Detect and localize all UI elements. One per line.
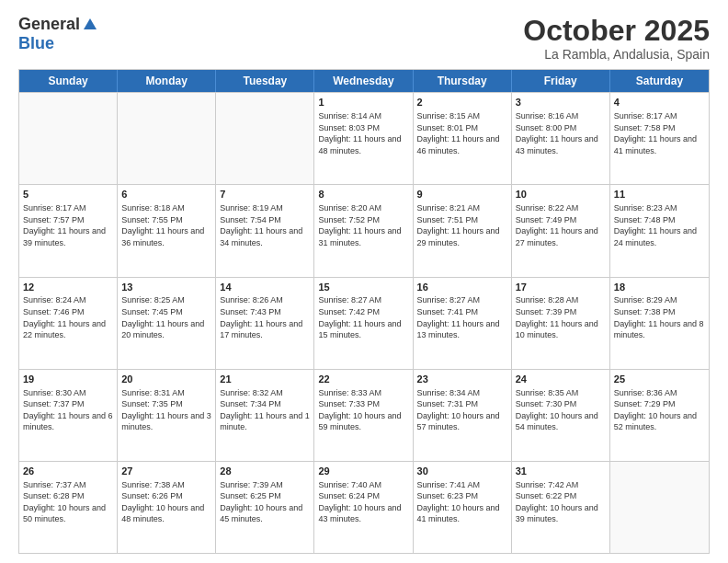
day-number: 20	[121, 373, 211, 386]
calendar-header: SundayMondayTuesdayWednesdayThursdayFrid…	[19, 70, 709, 92]
table-row: 20Sunrise: 8:31 AM Sunset: 7:35 PM Dayli…	[118, 370, 216, 461]
header-day-tuesday: Tuesday	[216, 70, 314, 92]
day-number: 2	[417, 96, 507, 109]
day-number: 27	[121, 465, 211, 478]
table-row: 29Sunrise: 7:40 AM Sunset: 6:24 PM Dayli…	[314, 462, 413, 553]
day-info: Sunrise: 8:21 AM Sunset: 7:51 PM Dayligh…	[417, 202, 507, 248]
table-row	[118, 93, 216, 184]
day-info: Sunrise: 8:34 AM Sunset: 7:31 PM Dayligh…	[417, 387, 507, 433]
day-number: 19	[23, 373, 113, 386]
table-row: 16Sunrise: 8:27 AM Sunset: 7:41 PM Dayli…	[414, 278, 512, 369]
day-info: Sunrise: 8:17 AM Sunset: 7:57 PM Dayligh…	[23, 202, 113, 248]
table-row: 23Sunrise: 8:34 AM Sunset: 7:31 PM Dayli…	[414, 370, 512, 461]
day-number: 8	[318, 188, 408, 201]
day-number: 11	[614, 188, 705, 201]
table-row	[610, 462, 709, 553]
day-info: Sunrise: 8:31 AM Sunset: 7:35 PM Dayligh…	[121, 387, 211, 433]
day-info: Sunrise: 8:28 AM Sunset: 7:39 PM Dayligh…	[516, 294, 606, 340]
day-number: 12	[23, 281, 113, 294]
month-title: October 2025	[523, 15, 710, 47]
day-info: Sunrise: 8:18 AM Sunset: 7:55 PM Dayligh…	[121, 202, 211, 248]
day-number: 10	[516, 188, 606, 201]
location: La Rambla, Andalusia, Spain	[523, 47, 710, 62]
day-info: Sunrise: 7:41 AM Sunset: 6:23 PM Dayligh…	[417, 479, 507, 525]
table-row: 5Sunrise: 8:17 AM Sunset: 7:57 PM Daylig…	[19, 185, 118, 276]
table-row	[216, 93, 314, 184]
table-row: 26Sunrise: 7:37 AM Sunset: 6:28 PM Dayli…	[19, 462, 118, 553]
table-row: 22Sunrise: 8:33 AM Sunset: 7:33 PM Dayli…	[314, 370, 413, 461]
table-row: 17Sunrise: 8:28 AM Sunset: 7:39 PM Dayli…	[512, 278, 610, 369]
table-row: 13Sunrise: 8:25 AM Sunset: 7:45 PM Dayli…	[118, 278, 216, 369]
table-row	[19, 93, 118, 184]
calendar: SundayMondayTuesdayWednesdayThursdayFrid…	[18, 69, 710, 554]
table-row: 18Sunrise: 8:29 AM Sunset: 7:38 PM Dayli…	[610, 278, 709, 369]
table-row: 21Sunrise: 8:32 AM Sunset: 7:34 PM Dayli…	[216, 370, 314, 461]
page: General Blue October 2025 La Rambla, And…	[0, 0, 728, 563]
day-info: Sunrise: 8:24 AM Sunset: 7:46 PM Dayligh…	[23, 294, 113, 340]
day-info: Sunrise: 8:35 AM Sunset: 7:30 PM Dayligh…	[516, 387, 606, 433]
day-info: Sunrise: 8:16 AM Sunset: 8:00 PM Dayligh…	[516, 110, 606, 156]
day-info: Sunrise: 8:33 AM Sunset: 7:33 PM Dayligh…	[318, 387, 408, 433]
day-info: Sunrise: 8:36 AM Sunset: 7:29 PM Dayligh…	[614, 387, 705, 433]
cal-row-4: 26Sunrise: 7:37 AM Sunset: 6:28 PM Dayli…	[19, 461, 709, 553]
title-block: October 2025 La Rambla, Andalusia, Spain	[523, 15, 710, 62]
cal-row-3: 19Sunrise: 8:30 AM Sunset: 7:37 PM Dayli…	[19, 369, 709, 461]
cal-row-1: 5Sunrise: 8:17 AM Sunset: 7:57 PM Daylig…	[19, 184, 709, 276]
table-row: 12Sunrise: 8:24 AM Sunset: 7:46 PM Dayli…	[19, 278, 118, 369]
day-info: Sunrise: 7:40 AM Sunset: 6:24 PM Dayligh…	[318, 479, 408, 525]
day-number: 30	[417, 465, 507, 478]
day-number: 1	[318, 96, 408, 109]
day-info: Sunrise: 8:22 AM Sunset: 7:49 PM Dayligh…	[516, 202, 606, 248]
header: General Blue October 2025 La Rambla, And…	[18, 15, 710, 62]
header-day-friday: Friday	[512, 70, 610, 92]
day-info: Sunrise: 7:42 AM Sunset: 6:22 PM Dayligh…	[516, 479, 606, 525]
table-row: 9Sunrise: 8:21 AM Sunset: 7:51 PM Daylig…	[414, 185, 512, 276]
table-row: 24Sunrise: 8:35 AM Sunset: 7:30 PM Dayli…	[512, 370, 610, 461]
day-number: 29	[318, 465, 408, 478]
day-number: 23	[417, 373, 507, 386]
cal-row-2: 12Sunrise: 8:24 AM Sunset: 7:46 PM Dayli…	[19, 277, 709, 369]
table-row: 8Sunrise: 8:20 AM Sunset: 7:52 PM Daylig…	[314, 185, 413, 276]
day-number: 22	[318, 373, 408, 386]
day-number: 21	[220, 373, 310, 386]
table-row: 19Sunrise: 8:30 AM Sunset: 7:37 PM Dayli…	[19, 370, 118, 461]
day-info: Sunrise: 8:15 AM Sunset: 8:01 PM Dayligh…	[417, 110, 507, 156]
day-info: Sunrise: 8:27 AM Sunset: 7:41 PM Dayligh…	[417, 294, 507, 340]
table-row: 3Sunrise: 8:16 AM Sunset: 8:00 PM Daylig…	[512, 93, 610, 184]
day-info: Sunrise: 8:32 AM Sunset: 7:34 PM Dayligh…	[220, 387, 310, 433]
header-day-monday: Monday	[118, 70, 216, 92]
logo-icon	[82, 17, 98, 33]
table-row: 6Sunrise: 8:18 AM Sunset: 7:55 PM Daylig…	[118, 185, 216, 276]
day-number: 17	[516, 281, 606, 294]
header-day-saturday: Saturday	[610, 70, 709, 92]
table-row: 14Sunrise: 8:26 AM Sunset: 7:43 PM Dayli…	[216, 278, 314, 369]
day-number: 4	[614, 96, 705, 109]
calendar-body: 1Sunrise: 8:14 AM Sunset: 8:03 PM Daylig…	[19, 92, 709, 553]
table-row: 15Sunrise: 8:27 AM Sunset: 7:42 PM Dayli…	[314, 278, 413, 369]
table-row: 27Sunrise: 7:38 AM Sunset: 6:26 PM Dayli…	[118, 462, 216, 553]
day-info: Sunrise: 8:17 AM Sunset: 7:58 PM Dayligh…	[614, 110, 705, 156]
day-number: 25	[614, 373, 705, 386]
svg-marker-0	[84, 18, 97, 29]
day-info: Sunrise: 8:30 AM Sunset: 7:37 PM Dayligh…	[23, 387, 113, 433]
table-row: 1Sunrise: 8:14 AM Sunset: 8:03 PM Daylig…	[314, 93, 413, 184]
logo: General Blue	[18, 15, 98, 53]
cal-row-0: 1Sunrise: 8:14 AM Sunset: 8:03 PM Daylig…	[19, 92, 709, 184]
day-info: Sunrise: 8:19 AM Sunset: 7:54 PM Dayligh…	[220, 202, 310, 248]
day-info: Sunrise: 8:23 AM Sunset: 7:48 PM Dayligh…	[614, 202, 705, 248]
day-number: 26	[23, 465, 113, 478]
day-info: Sunrise: 8:20 AM Sunset: 7:52 PM Dayligh…	[318, 202, 408, 248]
day-number: 5	[23, 188, 113, 201]
day-number: 15	[318, 281, 408, 294]
day-number: 16	[417, 281, 507, 294]
day-number: 28	[220, 465, 310, 478]
day-info: Sunrise: 7:39 AM Sunset: 6:25 PM Dayligh…	[220, 479, 310, 525]
day-info: Sunrise: 7:38 AM Sunset: 6:26 PM Dayligh…	[121, 479, 211, 525]
day-number: 6	[121, 188, 211, 201]
header-day-thursday: Thursday	[414, 70, 512, 92]
day-number: 9	[417, 188, 507, 201]
day-number: 7	[220, 188, 310, 201]
day-info: Sunrise: 8:29 AM Sunset: 7:38 PM Dayligh…	[614, 294, 705, 340]
table-row: 2Sunrise: 8:15 AM Sunset: 8:01 PM Daylig…	[414, 93, 512, 184]
day-info: Sunrise: 8:27 AM Sunset: 7:42 PM Dayligh…	[318, 294, 408, 340]
